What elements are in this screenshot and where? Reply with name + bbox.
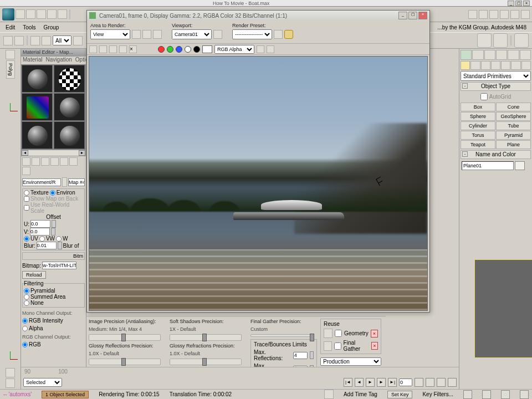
minus-icon[interactable]: - xyxy=(462,151,468,157)
menu-tools[interactable]: Tools xyxy=(23,24,35,30)
mat-scroll-h[interactable]: ◄► xyxy=(21,150,86,156)
menu-edit[interactable]: Edit xyxy=(6,24,15,30)
matmenu-nav[interactable]: Navigation xyxy=(46,57,72,64)
mat-slot-1[interactable] xyxy=(22,65,53,93)
geom-check[interactable] xyxy=(335,330,342,337)
gr-slider[interactable] xyxy=(89,359,161,365)
tab-polygon[interactable]: Polyg xyxy=(6,60,15,79)
none-radio[interactable] xyxy=(24,300,29,306)
geosphere-button[interactable]: GeoSphere xyxy=(496,112,531,121)
left-b2-icon[interactable] xyxy=(6,378,15,388)
vw-radio[interactable] xyxy=(39,236,45,242)
vpnav1-icon[interactable] xyxy=(463,390,472,399)
primitive-category[interactable]: Standard Primitives xyxy=(461,71,531,81)
unlink-icon[interactable] xyxy=(42,36,51,45)
mat-t5-icon[interactable] xyxy=(60,157,68,166)
tex-radio[interactable] xyxy=(24,190,29,196)
magnet-icon[interactable] xyxy=(479,10,488,19)
showmap-check[interactable] xyxy=(24,196,29,202)
ss-slider[interactable] xyxy=(170,334,242,341)
rgbint-radio[interactable] xyxy=(22,318,28,324)
uv-radio[interactable] xyxy=(24,236,29,242)
area-t2-icon[interactable] xyxy=(142,30,151,39)
maxrefl-spinner[interactable] xyxy=(310,351,314,359)
v-input[interactable] xyxy=(30,228,50,236)
helpers-sub-icon[interactable] xyxy=(501,61,510,70)
torus-button[interactable]: Torus xyxy=(461,131,495,140)
object-name-input[interactable] xyxy=(462,161,514,170)
mat-t3-icon[interactable] xyxy=(41,157,49,166)
tag-icon[interactable] xyxy=(324,390,334,399)
nav3-icon[interactable] xyxy=(437,378,446,387)
geometry-sub-icon[interactable] xyxy=(461,61,470,70)
print-img-icon[interactable] xyxy=(119,45,127,53)
area-t3-icon[interactable] xyxy=(153,30,162,39)
fg-lock-icon[interactable] xyxy=(324,341,332,351)
preset-btn-icon[interactable] xyxy=(274,30,283,39)
box-button[interactable]: Box xyxy=(461,103,495,111)
bitmap-rollout-hdr[interactable]: Bitm xyxy=(22,252,85,260)
objtype-rollout[interactable]: -Object Type xyxy=(461,82,531,91)
quick-render-icon[interactable] xyxy=(514,33,529,48)
viewport-dropdown[interactable]: Camera01 xyxy=(172,29,212,39)
selfilter-dropdown[interactable]: All xyxy=(53,35,71,45)
next-frame-icon[interactable]: ► xyxy=(377,378,386,387)
wu-radio[interactable] xyxy=(56,236,62,242)
rgb-radio[interactable] xyxy=(22,342,28,347)
create-tab-icon[interactable] xyxy=(461,50,472,60)
systems-sub-icon[interactable] xyxy=(521,61,531,70)
open-icon[interactable] xyxy=(26,9,35,19)
win-close-icon[interactable]: × xyxy=(523,1,530,6)
render-titlebar[interactable]: Camera01, frame 0, Display Gamma: 2.2, R… xyxy=(87,11,429,21)
prod-dropdown[interactable]: Production xyxy=(320,357,381,366)
geom-del-icon[interactable]: × xyxy=(371,330,378,337)
help-icon[interactable] xyxy=(521,10,530,19)
link2-icon[interactable] xyxy=(30,36,40,45)
pyramidal-radio[interactable] xyxy=(24,288,29,294)
lights-sub-icon[interactable] xyxy=(481,61,490,70)
angle-icon[interactable] xyxy=(489,10,498,19)
add-time-tag[interactable]: Add Time Tag xyxy=(344,391,377,397)
left-t1-icon[interactable] xyxy=(6,50,15,59)
mat-slot-3[interactable] xyxy=(22,93,53,121)
blur-input[interactable] xyxy=(37,242,57,249)
time-ruler[interactable]: 90 100 xyxy=(21,367,459,375)
render-max-icon[interactable]: ▢ xyxy=(408,12,417,19)
object-color-swatch[interactable] xyxy=(515,161,525,170)
blur-spinner[interactable] xyxy=(58,242,62,249)
save-img-icon[interactable] xyxy=(89,45,97,53)
utilities-tab-icon[interactable] xyxy=(520,50,531,60)
cone-button[interactable]: Cone xyxy=(496,103,531,111)
modify-tab-icon[interactable] xyxy=(472,50,483,60)
red-channel-icon[interactable] xyxy=(158,46,165,53)
render-close-icon[interactable]: × xyxy=(418,12,427,19)
area-t1-icon[interactable] xyxy=(132,30,141,39)
gf-slider[interactable] xyxy=(170,359,242,365)
keyfilters-link[interactable]: Key Filters... xyxy=(422,391,453,397)
mat-slot-4[interactable] xyxy=(54,93,85,121)
summed-radio[interactable] xyxy=(24,294,29,300)
preset-dropdown[interactable]: ------------------- xyxy=(232,29,272,39)
nav2-icon[interactable] xyxy=(426,378,434,387)
u-spinner[interactable] xyxy=(52,220,56,228)
vpnav4-icon[interactable] xyxy=(520,390,529,399)
teapot-button[interactable]: Teapot xyxy=(461,140,495,149)
setkey-button[interactable]: Set Key xyxy=(387,391,413,398)
render-setup-icon[interactable] xyxy=(477,33,492,48)
mat-t1-icon[interactable] xyxy=(22,157,30,166)
u-input[interactable] xyxy=(30,220,50,228)
cameras-sub-icon[interactable] xyxy=(491,61,500,70)
realscale-check[interactable] xyxy=(24,205,29,211)
left-b1-icon[interactable] xyxy=(6,368,15,377)
env-field[interactable] xyxy=(22,178,61,186)
autogrid-check[interactable] xyxy=(480,93,488,100)
win-min-icon[interactable]: _ xyxy=(508,1,514,6)
link-icon[interactable] xyxy=(468,10,477,19)
pyramid-button[interactable]: Pyramid xyxy=(496,131,531,140)
play-icon[interactable]: ► xyxy=(366,378,375,387)
motion-tab-icon[interactable] xyxy=(496,50,507,60)
ch-t1-icon[interactable] xyxy=(257,45,264,53)
goto-start-icon[interactable]: |◄ xyxy=(344,378,352,387)
hierarchy-tab-icon[interactable] xyxy=(484,50,495,60)
alpha-radio[interactable] xyxy=(22,326,28,331)
